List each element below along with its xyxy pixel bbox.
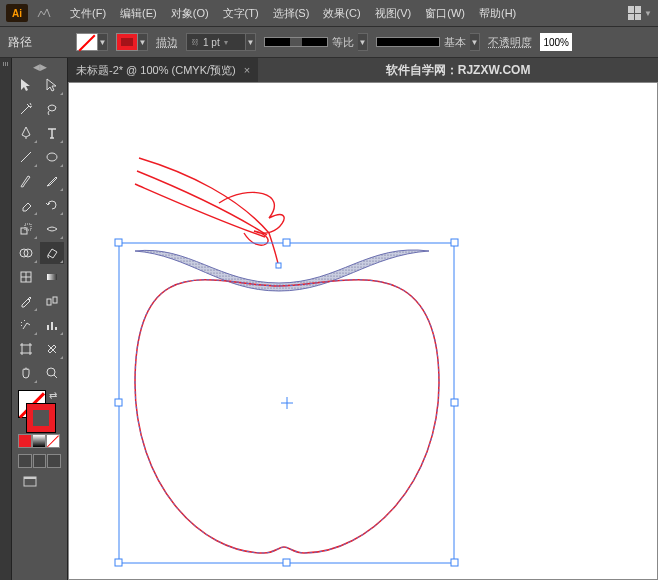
pen-tool[interactable] (14, 122, 38, 144)
draw-inside-icon[interactable] (47, 454, 61, 468)
chevron-down-icon: ▾ (224, 38, 228, 47)
work-area: 未标题-2* @ 100% (CMYK/预览) × 软件自学网：RJZXW.CO… (68, 58, 658, 580)
svg-rect-2 (25, 224, 31, 230)
selection-handle-tr[interactable] (451, 239, 458, 246)
magic-wand-tool[interactable] (14, 98, 38, 120)
menu-edit[interactable]: 编辑(E) (114, 3, 163, 24)
svg-rect-11 (55, 327, 57, 330)
close-icon[interactable]: × (244, 64, 250, 76)
bridge-icon[interactable] (36, 6, 52, 20)
selection-handle-tm[interactable] (283, 239, 290, 246)
menu-effect[interactable]: 效果(C) (317, 3, 366, 24)
color-mode-row (18, 434, 61, 448)
symbol-sprayer-tool[interactable] (14, 314, 38, 336)
document-tab[interactable]: 未标题-2* @ 100% (CMYK/预览) × (68, 58, 258, 82)
selection-handle-mr[interactable] (451, 399, 458, 406)
svg-rect-8 (53, 297, 57, 303)
profile-dropdown-icon[interactable]: ▼ (358, 33, 368, 51)
eyedropper-tool[interactable] (14, 290, 38, 312)
menu-file[interactable]: 文件(F) (64, 3, 112, 24)
stroke-weight-dropdown[interactable]: ▼ (246, 33, 256, 51)
stroke-swatch[interactable] (116, 33, 138, 51)
column-graph-tool[interactable] (40, 314, 64, 336)
svg-rect-10 (51, 322, 53, 330)
selection-handle-ml[interactable] (115, 399, 122, 406)
fill-swatch[interactable] (76, 33, 98, 51)
svg-point-0 (47, 153, 57, 161)
selection-center-icon[interactable] (281, 397, 293, 409)
draw-mode-row (18, 454, 61, 468)
svg-rect-15 (24, 477, 36, 479)
fill-stroke-swatch[interactable]: ⇄ (18, 390, 61, 432)
selection-handle-bm[interactable] (283, 559, 290, 566)
color-mode-gradient[interactable] (32, 434, 46, 448)
stroke-dropdown-icon[interactable]: ▼ (138, 33, 148, 51)
draw-normal-icon[interactable] (18, 454, 32, 468)
screen-mode-button[interactable] (18, 472, 42, 492)
chain-icon: ⛓ (191, 38, 199, 47)
type-tool[interactable] (40, 122, 64, 144)
toolbox-column-toggle[interactable]: ◀▶ (14, 62, 65, 72)
live-paint-tool[interactable] (40, 242, 64, 264)
zoom-tool[interactable] (40, 362, 64, 384)
artboard-tool[interactable] (14, 338, 38, 360)
context-label: 路径 (8, 34, 68, 51)
menu-type[interactable]: 文字(T) (217, 3, 265, 24)
lasso-tool[interactable] (40, 98, 64, 120)
brush-dropdown-icon[interactable]: ▼ (470, 33, 480, 51)
hand-tool[interactable] (14, 362, 38, 384)
variable-width-profile[interactable] (264, 37, 328, 47)
stroke-weight-value: 1 pt (203, 37, 220, 48)
swap-fill-stroke-icon[interactable]: ⇄ (49, 390, 57, 401)
menu-select[interactable]: 选择(S) (267, 3, 316, 24)
mesh-tool[interactable] (14, 266, 38, 288)
pencil-tool[interactable] (40, 170, 64, 192)
stroke-label[interactable]: 描边 (156, 35, 178, 50)
blend-tool[interactable] (40, 290, 64, 312)
fill-dropdown-icon[interactable]: ▼ (98, 33, 108, 51)
selection-handle-br[interactable] (451, 559, 458, 566)
width-tool[interactable] (40, 218, 64, 240)
anchor-point[interactable] (276, 263, 281, 268)
direct-selection-tool[interactable] (40, 74, 64, 96)
selection-handle-tl[interactable] (115, 239, 122, 246)
canvas[interactable] (68, 82, 658, 580)
brush-definition[interactable] (376, 37, 440, 47)
document-tab-bar: 未标题-2* @ 100% (CMYK/预览) × 软件自学网：RJZXW.CO… (68, 58, 658, 82)
slice-tool[interactable] (40, 338, 64, 360)
menu-view[interactable]: 视图(V) (369, 3, 418, 24)
svg-point-13 (47, 368, 55, 376)
app-logo: Ai (6, 4, 28, 22)
apple-top-fill (135, 250, 429, 291)
selection-handle-bl[interactable] (115, 559, 122, 566)
menu-help[interactable]: 帮助(H) (473, 3, 522, 24)
opacity-input[interactable]: 100% (540, 33, 572, 51)
panel-collapse-bar[interactable] (0, 58, 12, 580)
eraser-tool[interactable] (14, 194, 38, 216)
profile-label: 等比 (332, 35, 354, 50)
menu-object[interactable]: 对象(O) (165, 3, 215, 24)
stroke-weight-input[interactable]: ⛓ 1 pt ▾ (186, 33, 246, 51)
color-mode-solid[interactable] (18, 434, 32, 448)
opacity-label[interactable]: 不透明度 (488, 35, 532, 50)
menu-window[interactable]: 窗口(W) (419, 3, 471, 24)
svg-rect-7 (47, 299, 51, 305)
paintbrush-tool[interactable] (14, 170, 38, 192)
rotate-tool[interactable] (40, 194, 64, 216)
selection-tool[interactable] (14, 74, 38, 96)
apple-outline-selected (135, 280, 439, 553)
scale-tool[interactable] (14, 218, 38, 240)
shape-builder-tool[interactable] (14, 242, 38, 264)
gradient-tool[interactable] (40, 266, 64, 288)
color-mode-none[interactable] (46, 434, 60, 448)
draw-behind-icon[interactable] (33, 454, 47, 468)
svg-rect-9 (47, 325, 49, 330)
svg-rect-6 (47, 274, 57, 280)
control-bar: 路径 ▼ ▼ 描边 ⛓ 1 pt ▾ ▼ 等比 ▼ 基本 ▼ 不透明度 100% (0, 26, 658, 58)
line-tool[interactable] (14, 146, 38, 168)
stroke-color-box[interactable] (27, 404, 55, 432)
arrange-documents-icon[interactable]: ▼ (628, 4, 652, 22)
svg-rect-1 (21, 228, 27, 234)
ellipse-tool[interactable] (40, 146, 64, 168)
svg-rect-12 (22, 345, 30, 353)
